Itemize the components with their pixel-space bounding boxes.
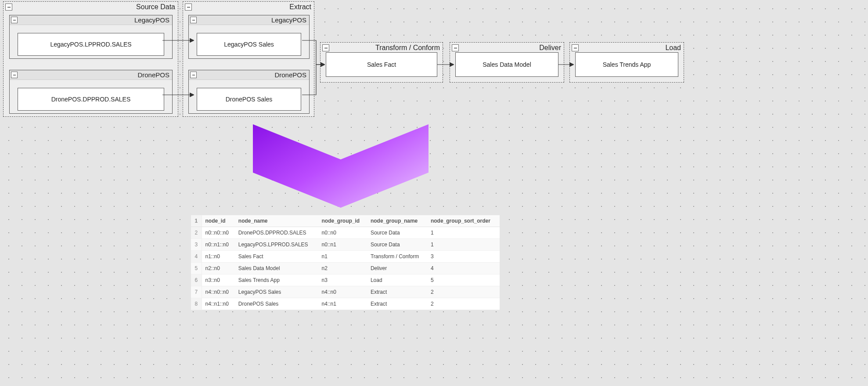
table-cell: LegacyPOS.LPPROD.SALES	[235, 239, 318, 251]
node-table: 1 node_id node_name node_group_id node_g…	[191, 215, 500, 310]
subgroup-dronepos-extract[interactable]: DronePOS DronePOS Sales	[188, 70, 310, 114]
table-cell: 2	[427, 298, 500, 310]
table-cell: n1	[318, 251, 367, 263]
group-deliver[interactable]: Deliver Sales Data Model	[450, 42, 564, 83]
table-cell: n1::n0	[202, 251, 235, 263]
table-rownum: 5	[191, 263, 202, 274]
table-row[interactable]: 2 n0::n0::n0 DronePOS.DPPROD.SALES n0::n…	[191, 227, 500, 239]
collapse-icon[interactable]	[322, 44, 329, 51]
node-dronepos-sales[interactable]: DronePOS Sales	[197, 88, 301, 111]
table-cell: n0::n0::n0	[202, 227, 235, 239]
table-cell: DronePOS.DPPROD.SALES	[235, 227, 318, 239]
table-cell: 1	[427, 227, 500, 239]
table-rownum: 6	[191, 274, 202, 286]
table-cell: n4::n1::n0	[202, 298, 235, 310]
subgroup-legacypos-source[interactable]: LegacyPOS LegacyPOS.LPPROD.SALES	[9, 15, 173, 59]
node-label: LegacyPOS Sales	[224, 41, 274, 48]
table-cell: Source Data	[367, 227, 427, 239]
th-node-group-sort-order[interactable]: node_group_sort_order	[427, 215, 500, 227]
table-cell: n3	[318, 274, 367, 286]
table-cell: Transform / Conform	[367, 251, 427, 263]
table-cell: DronePOS Sales	[235, 298, 318, 310]
table-header-row: 1 node_id node_name node_group_id node_g…	[191, 215, 500, 227]
node-sales-data-model[interactable]: Sales Data Model	[455, 52, 558, 77]
subgroup-legacypos-extract[interactable]: LegacyPOS LegacyPOS Sales	[188, 15, 310, 59]
th-node-name[interactable]: node_name	[235, 215, 318, 227]
table-cell: n0::n0	[318, 227, 367, 239]
node-dronepos-dpprod-sales[interactable]: DronePOS.DPPROD.SALES	[18, 88, 164, 111]
table-rownum: 3	[191, 239, 202, 251]
th-node-id[interactable]: node_id	[202, 215, 235, 227]
node-legacypos-lpprod-sales[interactable]: LegacyPOS.LPPROD.SALES	[18, 33, 164, 56]
node-sales-fact[interactable]: Sales Fact	[326, 52, 437, 77]
table-cell: n0::n1::n0	[202, 239, 235, 251]
table-row[interactable]: 5 n2::n0 Sales Data Model n2 Deliver 4	[191, 263, 500, 274]
collapse-icon[interactable]	[190, 72, 197, 78]
subgroup-dronepos-source[interactable]: DronePOS DronePOS.DPPROD.SALES	[9, 70, 173, 114]
node-label: Sales Data Model	[483, 61, 531, 68]
table-rownum: 4	[191, 251, 202, 263]
table-cell: n4::n0::n0	[202, 286, 235, 298]
table-cell: Sales Fact	[235, 251, 318, 263]
group-transform-conform[interactable]: Transform / Conform Sales Fact	[320, 42, 443, 83]
group-title: Source Data	[4, 2, 178, 12]
subgroup-title: DronePOS	[274, 70, 306, 80]
collapse-icon[interactable]	[190, 17, 197, 23]
table-cell: Extract	[367, 286, 427, 298]
table-row[interactable]: 7 n4::n0::n0 LegacyPOS Sales n4::n0 Extr…	[191, 286, 500, 298]
group-source-data[interactable]: Source Data LegacyPOS LegacyPOS.LPPROD.S…	[3, 1, 178, 117]
table-cell: n2	[318, 263, 367, 274]
table-row[interactable]: 6 n3::n0 Sales Trends App n3 Load 5	[191, 274, 500, 286]
table-cell: n0::n1	[318, 239, 367, 251]
node-label: LegacyPOS.LPPROD.SALES	[50, 41, 131, 48]
group-load[interactable]: Load Sales Trends App	[569, 42, 684, 83]
table-rownum: 2	[191, 227, 202, 239]
table-cell: n2::n0	[202, 263, 235, 274]
th-node-group-name[interactable]: node_group_name	[367, 215, 427, 227]
table-cell: n4::n0	[318, 286, 367, 298]
table-cell: 5	[427, 274, 500, 286]
node-label: Sales Fact	[367, 61, 396, 68]
subgroup-title: DronePOS	[137, 70, 169, 80]
table-cell: Load	[367, 274, 427, 286]
table-rownum-header: 1	[191, 215, 202, 227]
table-cell: 4	[427, 263, 500, 274]
table-rownum: 7	[191, 286, 202, 298]
th-node-group-id[interactable]: node_group_id	[318, 215, 367, 227]
node-label: DronePOS Sales	[226, 96, 273, 103]
node-legacypos-sales[interactable]: LegacyPOS Sales	[197, 33, 301, 56]
collapse-icon[interactable]	[11, 17, 18, 23]
table-cell: n3::n0	[202, 274, 235, 286]
group-extract[interactable]: Extract LegacyPOS LegacyPOS Sales DroneP…	[183, 1, 314, 117]
table-cell: Source Data	[367, 239, 427, 251]
table-body: 2 n0::n0::n0 DronePOS.DPPROD.SALES n0::n…	[191, 227, 500, 310]
collapse-icon[interactable]	[572, 44, 579, 51]
table-cell: 3	[427, 251, 500, 263]
collapse-icon[interactable]	[452, 44, 459, 51]
table-rownum: 8	[191, 298, 202, 310]
table-cell: Sales Trends App	[235, 274, 318, 286]
collapse-icon[interactable]	[185, 4, 192, 11]
subgroup-title: LegacyPOS	[271, 15, 306, 25]
table-cell: 2	[427, 286, 500, 298]
table-row[interactable]: 8 n4::n1::n0 DronePOS Sales n4::n1 Extra…	[191, 298, 500, 310]
node-label: DronePOS.DPPROD.SALES	[51, 96, 131, 103]
table-cell: Extract	[367, 298, 427, 310]
table-row[interactable]: 4 n1::n0 Sales Fact n1 Transform / Confo…	[191, 251, 500, 263]
table-cell: n4::n1	[318, 298, 367, 310]
table-cell: 1	[427, 239, 500, 251]
table-row[interactable]: 3 n0::n1::n0 LegacyPOS.LPPROD.SALES n0::…	[191, 239, 500, 251]
table-cell: Sales Data Model	[235, 263, 318, 274]
collapse-icon[interactable]	[11, 72, 18, 78]
chevron-down-icon	[253, 124, 429, 208]
node-sales-trends-app[interactable]: Sales Trends App	[575, 52, 678, 77]
table-cell: LegacyPOS Sales	[235, 286, 318, 298]
table-cell: Deliver	[367, 263, 427, 274]
subgroup-title: LegacyPOS	[134, 15, 169, 25]
node-label: Sales Trends App	[603, 61, 651, 68]
collapse-icon[interactable]	[5, 4, 12, 11]
group-title: Extract	[183, 2, 314, 12]
